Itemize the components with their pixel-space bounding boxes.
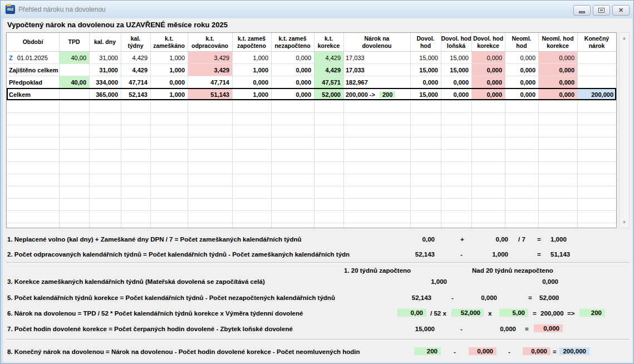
formula-chip-weeks: 52,000 [451,309,484,317]
cell-kal-tydny: 47,714 [121,76,150,88]
window-title: Přehled nároku na dovolenou [18,6,106,13]
table-row-month[interactable]: Z01.01.2025 40,00 31,000 4,429 1,000 3,4… [7,52,616,64]
formula-result: 1,000 [551,236,567,243]
cell-kt-zapocteno: 0,000 [232,76,271,88]
table-row-empty [7,162,616,174]
cell-kt-odpracovano: 51,143 [188,88,232,100]
formula-row-3: 3. Korekce zameškaných kalendářních týdn… [3,277,632,289]
cell-neoml-korekce: 0,000 [538,52,577,63]
formula-row-8: 8. Konečný nárok na dovolenou = Nárok na… [3,347,632,359]
formula-result: 200,000 [540,310,564,317]
cell-dovol-lonska: 0,000 [441,76,471,88]
formula-row-1: 1. Neplacené volno (kal dny) + Zameškané… [3,234,632,247]
cell-kt-nezapocteno: 0,000 [271,88,314,100]
cell-dovol-hod: 15,000 [410,64,441,76]
table-row-zajisteno[interactable]: Zajištěno celkem 31,000 4,429 1,000 3,42… [7,64,616,76]
table-row-empty [7,101,616,113]
scroll-down-icon[interactable]: ▼ [620,218,629,227]
formula-row-7: 7. Počet hodin dovolené korekce = Počet … [3,324,632,336]
col-header-dovol-lonska: Dovol. hod loňská [441,33,471,51]
cell-obdobi: Z01.01.2025 [7,52,59,63]
minimize-button[interactable] [573,5,591,16]
formula-value: 15,000 [396,326,435,332]
formula-value: 52,143 [396,251,435,258]
formula-operator: - [460,251,463,258]
formula-chip-narok: 200 [414,347,441,355]
formula-label: 8. Konečný nárok na dovolenou = Nárok na… [7,348,360,355]
formula-operator: - [454,348,456,355]
formula-equals: = [528,294,532,301]
formula-value: 0,000 [519,278,558,285]
cell-konecny-narok: 200,000 [577,88,616,100]
formula-result: 52,000 [539,294,559,301]
cell-dovol-lonska: 15,000 [441,52,471,63]
cell-neoml-korekce: 0,000 [538,64,577,76]
minimize-icon [579,11,585,13]
cell-narok: 17,033 [343,64,410,76]
table-row-empty [7,199,616,211]
formula-arrow: => [567,310,574,317]
col-header-tpd: TPD [59,33,89,51]
col-header-kt-zameskano: k.t. zameškáno [150,33,188,51]
cell-kal-dny: 365,000 [89,88,121,100]
cell-kt-korekce: 52,000 [314,88,343,100]
cell-kt-odpracovano: 3,429 [188,52,232,63]
cell-kal-dny: 31,000 [89,64,121,76]
formula-label: 6. Nárok na dovolenou = TPD / 52 * Počet… [7,310,303,317]
cell-neoml-hod: 0,000 [505,76,538,88]
scroll-up-icon[interactable]: ▲ [620,33,629,43]
table-row-empty [7,186,616,199]
formula-chip-result: 0,000 [534,324,563,332]
formula-chip-vymera: 5,00 [499,309,528,317]
vertical-scrollbar[interactable]: ▲ ▼ [619,32,630,228]
vacation-table: Období TPD kal. dny kal. týdny k.t. zame… [6,32,617,228]
formula-value: 0,000 [458,294,497,301]
formula-operator: - [460,326,463,332]
cell-neoml-hod: 0,000 [505,88,538,100]
table-row-predpoklad[interactable]: Předpoklad 40,00 334,000 47,714 0,000 47… [7,76,616,88]
cell-kt-odpracovano: 3,429 [188,64,232,76]
formula-chip-neoml: 0,000 [523,347,551,355]
cell-dovol-hod: 15,000 [410,52,441,63]
cell-dovol-korekce: 0,000 [471,64,505,76]
col-header-narok: Nárok na dovolenou [343,33,410,51]
cell-kt-zameskano: 1,000 [150,64,188,76]
col-header-kal-tydny: kal. týdny [121,33,150,51]
formula-columns-header: 1. 20 týdnů započteno Nad 20 týdnů nezap… [3,265,632,278]
cell-kt-zapocteno: 1,000 [232,88,271,100]
window-titlebar[interactable]: mz Přehled nároku na dovolenou ✕ [1,1,633,18]
cell-kt-odpracovano: 47,714 [188,76,232,88]
table-row-empty [7,150,616,162]
cell-tpd [59,64,89,76]
cell-konecny-narok [577,52,616,63]
formula-result: 51,143 [551,251,570,258]
maximize-button[interactable] [593,5,610,16]
col-header-kt-korekce: k.t. korekce [314,33,343,51]
cell-kt-korekce: 47,571 [314,76,343,88]
cell-dovol-lonska: 15,000 [441,64,471,76]
formula-operator: - [508,348,510,355]
cell-kt-zameskano: 1,000 [150,88,188,100]
table-row-empty [7,137,616,150]
cell-kal-dny: 334,000 [89,76,121,88]
formula-equals: = [537,251,541,258]
cell-neoml-korekce: 0,000 [538,88,577,100]
cell-kt-korekce: 4,429 [314,64,343,76]
col-header-kt-zames-nezapocteno: k.t. zameš nezapočteno [271,33,314,51]
col-header-neoml-korekce: Neoml. hod korekce [538,33,577,51]
window-controls: ✕ [573,5,630,16]
close-button[interactable]: ✕ [612,5,630,16]
col-header-konecny-narok: Konečný nárok [577,33,616,51]
cell-dovol-korekce: 0,000 [471,76,505,88]
table-row-empty [7,125,616,137]
cell-kal-tydny: 4,429 [121,64,150,76]
formula-operator: - [451,294,454,301]
cell-kt-korekce: 4,429 [314,52,343,63]
cell-dovol-hod: 15,000 [410,88,441,100]
formula-value: 0,000 [477,326,516,332]
table-row-celkem-selected[interactable]: Celkem 365,000 52,143 1,000 51,143 1,000… [7,88,616,101]
table-row-empty [7,113,616,125]
formula-chip-konecny: 200,000 [559,347,589,355]
cell-kt-zapocteno: 1,000 [232,52,271,63]
cell-kal-dny: 31,000 [89,52,121,63]
